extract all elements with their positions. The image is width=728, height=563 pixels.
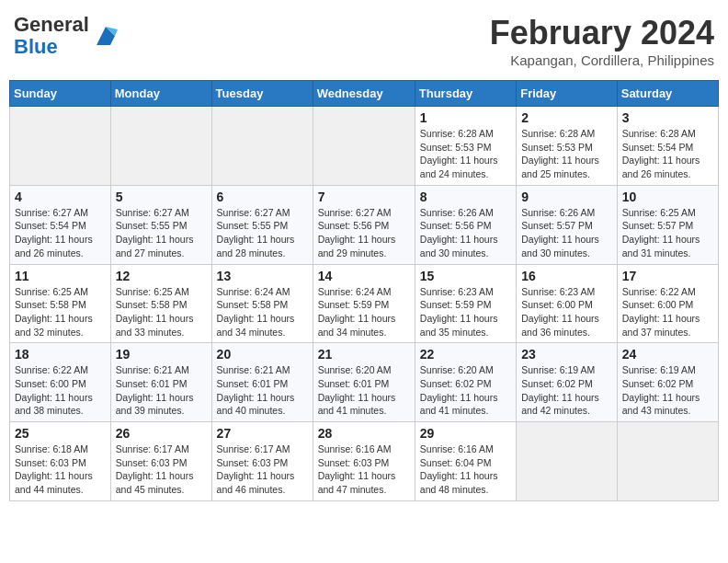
weekday-header-friday: Friday (517, 81, 618, 107)
day-info: Sunrise: 6:24 AM Sunset: 5:58 PM Dayligh… (217, 285, 308, 339)
calendar-week-4: 18Sunrise: 6:22 AM Sunset: 6:00 PM Dayli… (10, 343, 719, 422)
calendar-cell: 3Sunrise: 6:28 AM Sunset: 5:54 PM Daylig… (617, 107, 718, 186)
weekday-header-sunday: Sunday (10, 81, 111, 107)
day-number: 5 (116, 190, 207, 204)
day-info: Sunrise: 6:21 AM Sunset: 6:01 PM Dayligh… (217, 363, 308, 418)
calendar-cell: 28Sunrise: 6:16 AM Sunset: 6:03 PM Dayli… (313, 422, 415, 501)
day-number: 17 (622, 269, 713, 283)
day-number: 19 (116, 347, 207, 362)
day-number: 2 (521, 110, 612, 125)
day-number: 16 (521, 269, 612, 283)
day-info: Sunrise: 6:27 AM Sunset: 5:55 PM Dayligh… (116, 206, 207, 260)
day-number: 24 (622, 347, 713, 362)
day-info: Sunrise: 6:28 AM Sunset: 5:53 PM Dayligh… (521, 127, 612, 181)
day-number: 27 (217, 426, 308, 441)
day-info: Sunrise: 6:26 AM Sunset: 5:57 PM Dayligh… (521, 206, 612, 260)
day-number: 3 (622, 110, 713, 125)
weekday-header-thursday: Thursday (415, 81, 516, 107)
calendar-week-5: 25Sunrise: 6:18 AM Sunset: 6:03 PM Dayli… (10, 422, 719, 501)
calendar-cell (617, 422, 718, 501)
day-number: 7 (318, 190, 410, 204)
day-info: Sunrise: 6:16 AM Sunset: 6:04 PM Dayligh… (420, 442, 511, 497)
calendar-cell (313, 107, 415, 186)
day-number: 6 (217, 190, 308, 204)
logo-general-text: General (14, 13, 89, 36)
header: General Blue February 2024 Kapangan, Cor… (9, 9, 719, 73)
calendar-cell: 6Sunrise: 6:27 AM Sunset: 5:55 PM Daylig… (211, 185, 313, 264)
logo-icon (92, 22, 119, 50)
day-number: 9 (521, 190, 612, 204)
calendar-cell (211, 107, 313, 186)
day-number: 1 (420, 110, 511, 125)
calendar-cell: 29Sunrise: 6:16 AM Sunset: 6:04 PM Dayli… (415, 422, 516, 501)
calendar-cell: 19Sunrise: 6:21 AM Sunset: 6:01 PM Dayli… (110, 343, 211, 422)
day-number: 22 (420, 347, 511, 362)
day-info: Sunrise: 6:27 AM Sunset: 5:54 PM Dayligh… (15, 206, 106, 260)
day-number: 14 (318, 269, 410, 283)
logo: General Blue (14, 14, 119, 58)
calendar-cell: 14Sunrise: 6:24 AM Sunset: 5:59 PM Dayli… (313, 264, 415, 343)
weekday-header-wednesday: Wednesday (313, 81, 415, 107)
day-number: 23 (521, 347, 612, 362)
day-number: 12 (116, 269, 207, 283)
calendar-cell: 9Sunrise: 6:26 AM Sunset: 5:57 PM Daylig… (517, 185, 618, 264)
day-info: Sunrise: 6:28 AM Sunset: 5:53 PM Dayligh… (420, 127, 511, 181)
day-info: Sunrise: 6:24 AM Sunset: 5:59 PM Dayligh… (318, 285, 410, 339)
calendar-cell (517, 422, 618, 501)
calendar-cell: 13Sunrise: 6:24 AM Sunset: 5:58 PM Dayli… (211, 264, 313, 343)
month-title: February 2024 (490, 14, 714, 52)
calendar-cell (110, 107, 211, 186)
calendar-cell: 25Sunrise: 6:18 AM Sunset: 6:03 PM Dayli… (10, 422, 111, 501)
day-info: Sunrise: 6:18 AM Sunset: 6:03 PM Dayligh… (15, 442, 106, 497)
calendar-cell: 16Sunrise: 6:23 AM Sunset: 6:00 PM Dayli… (517, 264, 618, 343)
calendar-cell: 22Sunrise: 6:20 AM Sunset: 6:02 PM Dayli… (415, 343, 516, 422)
day-info: Sunrise: 6:26 AM Sunset: 5:56 PM Dayligh… (420, 206, 511, 260)
day-number: 10 (622, 190, 713, 204)
day-info: Sunrise: 6:27 AM Sunset: 5:56 PM Dayligh… (318, 206, 410, 260)
day-info: Sunrise: 6:27 AM Sunset: 5:55 PM Dayligh… (217, 206, 308, 260)
calendar-cell: 26Sunrise: 6:17 AM Sunset: 6:03 PM Dayli… (110, 422, 211, 501)
day-number: 26 (116, 426, 207, 441)
day-info: Sunrise: 6:22 AM Sunset: 6:00 PM Dayligh… (15, 363, 106, 418)
day-info: Sunrise: 6:21 AM Sunset: 6:01 PM Dayligh… (116, 363, 207, 418)
day-info: Sunrise: 6:16 AM Sunset: 6:03 PM Dayligh… (318, 442, 410, 497)
title-area: February 2024 Kapangan, Cordillera, Phil… (490, 14, 714, 68)
day-number: 25 (15, 426, 106, 441)
day-number: 29 (420, 426, 511, 441)
calendar-cell: 17Sunrise: 6:22 AM Sunset: 6:00 PM Dayli… (617, 264, 718, 343)
day-number: 4 (15, 190, 106, 204)
calendar-week-1: 1Sunrise: 6:28 AM Sunset: 5:53 PM Daylig… (10, 107, 719, 186)
weekday-header-tuesday: Tuesday (211, 81, 313, 107)
day-info: Sunrise: 6:23 AM Sunset: 5:59 PM Dayligh… (420, 285, 511, 339)
day-number: 28 (318, 426, 410, 441)
day-info: Sunrise: 6:25 AM Sunset: 5:57 PM Dayligh… (622, 206, 713, 260)
day-number: 20 (217, 347, 308, 362)
calendar-cell: 8Sunrise: 6:26 AM Sunset: 5:56 PM Daylig… (415, 185, 516, 264)
day-number: 13 (217, 269, 308, 283)
calendar-cell: 2Sunrise: 6:28 AM Sunset: 5:53 PM Daylig… (517, 107, 618, 186)
calendar-cell (10, 107, 111, 186)
day-info: Sunrise: 6:17 AM Sunset: 6:03 PM Dayligh… (116, 442, 207, 497)
calendar-cell: 18Sunrise: 6:22 AM Sunset: 6:00 PM Dayli… (10, 343, 111, 422)
day-info: Sunrise: 6:25 AM Sunset: 5:58 PM Dayligh… (15, 285, 106, 339)
calendar-cell: 10Sunrise: 6:25 AM Sunset: 5:57 PM Dayli… (617, 185, 718, 264)
weekday-header-row: SundayMondayTuesdayWednesdayThursdayFrid… (10, 81, 719, 107)
day-info: Sunrise: 6:20 AM Sunset: 6:01 PM Dayligh… (318, 363, 410, 418)
day-info: Sunrise: 6:19 AM Sunset: 6:02 PM Dayligh… (622, 363, 713, 418)
calendar-cell: 7Sunrise: 6:27 AM Sunset: 5:56 PM Daylig… (313, 185, 415, 264)
day-info: Sunrise: 6:20 AM Sunset: 6:02 PM Dayligh… (420, 363, 511, 418)
calendar-cell: 21Sunrise: 6:20 AM Sunset: 6:01 PM Dayli… (313, 343, 415, 422)
calendar-table: SundayMondayTuesdayWednesdayThursdayFrid… (9, 80, 719, 501)
day-info: Sunrise: 6:23 AM Sunset: 6:00 PM Dayligh… (521, 285, 612, 339)
day-info: Sunrise: 6:22 AM Sunset: 6:00 PM Dayligh… (622, 285, 713, 339)
calendar-cell: 1Sunrise: 6:28 AM Sunset: 5:53 PM Daylig… (415, 107, 516, 186)
calendar-cell: 24Sunrise: 6:19 AM Sunset: 6:02 PM Dayli… (617, 343, 718, 422)
calendar-week-3: 11Sunrise: 6:25 AM Sunset: 5:58 PM Dayli… (10, 264, 719, 343)
calendar-cell: 5Sunrise: 6:27 AM Sunset: 5:55 PM Daylig… (110, 185, 211, 264)
day-number: 15 (420, 269, 511, 283)
weekday-header-saturday: Saturday (617, 81, 718, 107)
location-title: Kapangan, Cordillera, Philippines (490, 52, 714, 68)
weekday-header-monday: Monday (110, 81, 211, 107)
day-info: Sunrise: 6:19 AM Sunset: 6:02 PM Dayligh… (521, 363, 612, 418)
logo-blue-text: Blue (14, 35, 58, 58)
